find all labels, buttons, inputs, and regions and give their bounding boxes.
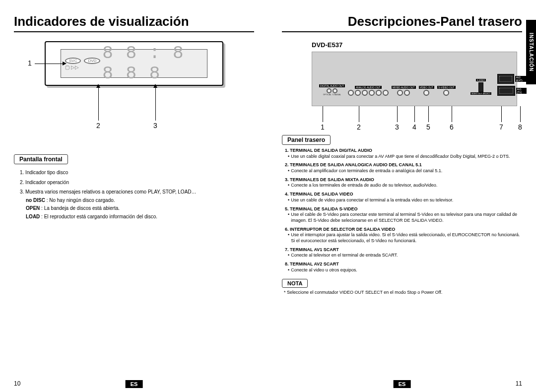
page-number-left: 10	[14, 380, 20, 387]
item-1: 1. Indicador tipo disco	[20, 169, 254, 176]
scart-terminals: AV2 (EXT) AV1 (TV)	[497, 74, 527, 96]
callout-2: 2	[96, 122, 100, 130]
video-out: VIDEO OUT	[419, 86, 435, 96]
right-title: Descripciones-Panel trasero	[282, 14, 522, 32]
model-number: DVD-E537	[312, 41, 522, 49]
s-video-out: S-VIDEO OUT	[437, 86, 456, 96]
page-right: Descripciones-Panel trasero INSTALACIÓN …	[268, 0, 536, 392]
front-panel-label: Pantalla frontal	[14, 154, 68, 164]
seven-segment: 8 8 : 8 8 8 8	[102, 43, 203, 84]
analog-audio-out: ANALOG AUDIO OUT	[348, 86, 389, 96]
nota-label: NOTA	[282, 279, 308, 288]
rc3: 3	[395, 123, 399, 131]
front-panel-list: 1. Indicador tipo disco 2. Indicador ope…	[14, 169, 254, 220]
rc1: 1	[321, 123, 325, 131]
rc2: 2	[357, 123, 361, 131]
rc5: 5	[426, 123, 430, 131]
rear-panel-label: Panel trasero	[282, 135, 331, 145]
rc8: 8	[518, 123, 522, 131]
rear-panel-diagram: DIGITAL AUDIO OUT OPTICALCOAXIAL ANALOG …	[312, 52, 517, 106]
es-footer-right: ES	[394, 380, 411, 388]
video-out-select-switch: S-VIDEO VIDEO OUT SELECT	[470, 79, 492, 96]
item-2: 2. Indicador operación	[20, 179, 254, 186]
left-title: Indicadores de visualización	[14, 14, 254, 32]
rc4: 4	[412, 123, 416, 131]
rc7: 7	[499, 123, 503, 131]
side-tab: INSTALACIÓN	[526, 20, 536, 84]
front-display-diagram: SVC DVD ▢ ▷▷ 8 8 : 8 8 8 8	[45, 41, 223, 86]
es-footer-left: ES	[126, 380, 143, 388]
svc-icon: SVC	[65, 58, 81, 64]
item-3: 3. Muestra varios mensajes relativos a o…	[20, 189, 254, 220]
callout-1: 1	[28, 59, 32, 67]
mixed-audio-out: MIXED AUDIO OUT	[392, 86, 416, 96]
rc6: 6	[450, 123, 454, 131]
digital-audio-out: DIGITAL AUDIO OUT OPTICALCOAXIAL	[319, 84, 345, 96]
nota-text: * Seleccione el conmutador VIDEO OUT SEL…	[282, 290, 522, 295]
play-icons: ▢ ▷▷	[65, 65, 102, 70]
dvd-icon: DVD	[84, 58, 100, 64]
callout-3: 3	[153, 122, 157, 130]
page-left: Indicadores de visualización SVC DVD ▢ ▷…	[0, 0, 268, 392]
terminal-list: 1. TERMINAL DE SALIDA DIGITAL AUDIO•Use …	[282, 148, 522, 273]
page-number-right: 11	[516, 380, 522, 387]
